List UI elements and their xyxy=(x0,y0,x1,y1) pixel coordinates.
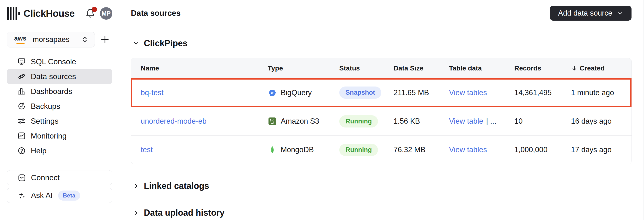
chevron-down-icon xyxy=(132,40,140,47)
chevron-right-icon xyxy=(132,209,140,217)
workspace-name: morsapaes xyxy=(33,35,81,44)
section-title: ClickPipes xyxy=(144,38,188,48)
ask-ai-button[interactable]: Ask AI Beta xyxy=(7,188,112,203)
sidebar-nav: SQL Console Data sources Dashboards xyxy=(7,54,112,158)
aws-icon: aws xyxy=(14,35,26,44)
settings-sliders-icon xyxy=(17,117,26,125)
clickhouse-logo-icon[interactable] xyxy=(7,7,20,20)
data-sources-icon xyxy=(17,72,26,81)
mongodb-icon xyxy=(268,145,277,154)
sidebar-item-label: Monitoring xyxy=(31,131,66,140)
brand-name[interactable]: ClickHouse xyxy=(24,8,75,19)
bigquery-icon xyxy=(268,88,277,97)
beta-badge: Beta xyxy=(58,191,80,201)
add-service-button[interactable] xyxy=(98,33,112,46)
view-tables-link[interactable]: View tables xyxy=(449,145,487,154)
connect-label: Connect xyxy=(31,173,60,182)
column-header-type[interactable]: Type xyxy=(268,64,339,72)
created-value: 17 days ago xyxy=(571,145,632,154)
section-linked-catalogs[interactable]: Linked catalogs xyxy=(131,178,632,194)
view-tables-link[interactable]: View tables xyxy=(449,89,487,97)
column-header-name[interactable]: Name xyxy=(141,64,268,72)
status-badge: Running xyxy=(339,115,378,127)
sidebar: ClickHouse MP aws morsapaes xyxy=(0,0,119,220)
add-data-source-label: Add data source xyxy=(558,9,612,17)
backups-icon xyxy=(17,102,26,110)
data-size-value: 76.32 MB xyxy=(394,145,449,154)
workspace-selector[interactable]: aws morsapaes xyxy=(7,32,95,47)
main-area: Data sources Add data source ClickPipes xyxy=(119,0,644,220)
chevron-right-icon xyxy=(132,182,140,190)
table-header-row: Name Type Status Data Size Table data Re… xyxy=(131,58,632,78)
created-value: 1 minute ago xyxy=(571,89,632,97)
connect-button[interactable]: Connect xyxy=(7,170,112,185)
sidebar-item-sql-console[interactable]: SQL Console xyxy=(7,54,112,69)
add-data-source-button[interactable]: Add data source xyxy=(550,6,632,21)
workspace-row: aws morsapaes xyxy=(7,32,112,47)
sidebar-item-settings[interactable]: Settings xyxy=(7,113,112,128)
sidebar-item-dashboards[interactable]: Dashboards xyxy=(7,84,112,99)
connect-icon xyxy=(18,174,26,182)
data-size-value: 211.65 MB xyxy=(394,89,449,97)
app-window: ClickHouse MP aws morsapaes xyxy=(0,0,644,220)
dashboards-icon xyxy=(17,87,26,96)
more-tables-button[interactable]: | ... xyxy=(486,117,496,125)
records-value: 14,361,495 xyxy=(514,89,571,97)
sidebar-item-label: Data sources xyxy=(31,72,76,81)
sql-console-icon xyxy=(17,57,26,66)
column-header-status[interactable]: Status xyxy=(339,64,394,72)
created-value: 16 days ago xyxy=(571,117,632,125)
section-title: Linked catalogs xyxy=(144,181,209,191)
column-header-table-data[interactable]: Table data xyxy=(449,64,514,72)
column-header-records[interactable]: Records xyxy=(514,64,571,72)
section-title: Data upload history xyxy=(144,208,224,218)
pipe-type-label: MongoDB xyxy=(281,145,314,154)
sparkles-icon xyxy=(18,191,26,200)
records-value: 10 xyxy=(514,117,571,125)
table-row: unordered-mode-eb Amazon S3 Running 1.5 xyxy=(131,107,632,135)
sidebar-item-data-sources[interactable]: Data sources xyxy=(7,69,112,84)
records-value: 1,000,000 xyxy=(514,145,571,154)
table-row: test MongoDB Running 76.32 MB View table… xyxy=(131,135,632,164)
sidebar-footer: Connect Ask AI Beta xyxy=(7,170,112,203)
pipe-type-label: BigQuery xyxy=(281,89,312,97)
content: ClickPipes Name Type Status Data Size Ta… xyxy=(119,26,644,220)
notification-dot xyxy=(92,7,97,12)
page-title: Data sources xyxy=(131,9,180,18)
avatar[interactable]: MP xyxy=(100,7,112,20)
sidebar-item-label: SQL Console xyxy=(31,57,76,66)
sidebar-item-monitoring[interactable]: Monitoring xyxy=(7,128,112,143)
clickpipes-table: Name Type Status Data Size Table data Re… xyxy=(131,58,632,164)
sort-desc-icon xyxy=(571,65,578,72)
sidebar-item-label: Backups xyxy=(31,102,60,111)
sidebar-item-help[interactable]: Help xyxy=(7,143,112,158)
sidebar-item-label: Help xyxy=(31,146,46,155)
sidebar-item-backups[interactable]: Backups xyxy=(7,99,112,113)
sidebar-item-label: Settings xyxy=(31,117,58,125)
section-clickpipes[interactable]: ClickPipes xyxy=(131,35,632,52)
chevron-down-icon xyxy=(617,10,623,16)
pipe-name-link[interactable]: unordered-mode-eb xyxy=(141,117,206,125)
pipe-type-label: Amazon S3 xyxy=(281,117,319,125)
sidebar-logo-row: ClickHouse MP xyxy=(0,0,119,21)
view-table-link[interactable]: View table xyxy=(449,117,483,125)
column-header-data-size[interactable]: Data Size xyxy=(394,64,449,72)
page-header: Data sources Add data source xyxy=(119,0,644,26)
help-icon xyxy=(17,146,26,155)
status-badge: Running xyxy=(339,144,378,156)
plus-icon xyxy=(100,34,110,45)
chevron-up-down-icon xyxy=(81,35,89,44)
section-data-upload-history[interactable]: Data upload history xyxy=(131,205,632,220)
monitoring-icon xyxy=(17,131,26,140)
notifications-button[interactable] xyxy=(85,8,96,19)
column-header-created[interactable]: Created xyxy=(571,64,632,72)
data-size-value: 1.56 KB xyxy=(394,117,449,125)
pipe-name-link[interactable]: test xyxy=(141,145,153,154)
sidebar-item-label: Dashboards xyxy=(31,87,72,96)
pipe-name-link[interactable]: bq-test xyxy=(141,89,164,97)
table-row: bq-test BigQuery Snapshot 211.65 MB xyxy=(131,78,632,107)
status-badge: Snapshot xyxy=(339,87,381,99)
amazon-s3-icon xyxy=(268,117,277,126)
ask-ai-label: Ask AI xyxy=(31,191,53,200)
